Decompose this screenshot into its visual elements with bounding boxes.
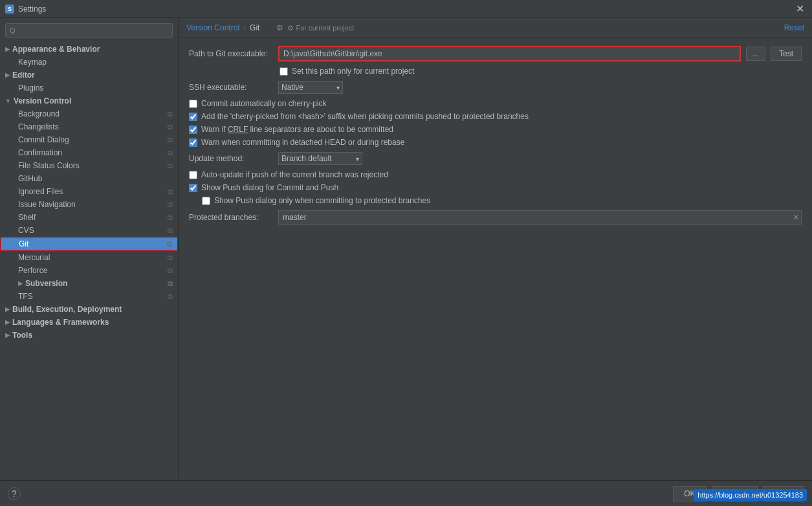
- sidebar-item-version-control[interactable]: ▼ Version Control: [0, 94, 178, 107]
- copy-icon: ⧉: [168, 226, 173, 235]
- expand-icon: ▶: [5, 332, 10, 338]
- sidebar-label: Version Control: [14, 96, 71, 105]
- copy-icon: ⧉: [168, 254, 173, 262]
- sidebar-item-perforce[interactable]: Perforce ⧉: [0, 264, 178, 277]
- auto-update-label[interactable]: Auto-update if push of the current branc…: [201, 170, 388, 179]
- search-box[interactable]: Q: [5, 23, 173, 38]
- copy-icon: ⧉: [168, 110, 173, 118]
- show-push-dialog-checkbox[interactable]: [189, 184, 197, 192]
- sidebar-item-confirmation[interactable]: Confirmation ⧉: [0, 146, 178, 159]
- sidebar-item-issue-navigation[interactable]: Issue Navigation ⧉: [0, 198, 178, 211]
- warn-crlf-label[interactable]: Warn if CRLF line separators are about t…: [201, 125, 393, 134]
- warn-detached-label[interactable]: Warn when committing in detached HEAD or…: [201, 138, 404, 147]
- sidebar-item-editor[interactable]: ▶ Editor: [0, 69, 178, 82]
- breadcrumb-separator: ›: [243, 23, 246, 32]
- auto-update-checkbox[interactable]: [189, 171, 197, 179]
- protected-clear-icon[interactable]: ✕: [793, 213, 799, 222]
- auto-cherry-pick-row: Commit automatically on cherry-pick: [189, 99, 802, 108]
- ssh-select[interactable]: Native Built-in: [278, 81, 343, 94]
- sidebar-item-build-execution[interactable]: ▶ Build, Execution, Deployment: [0, 303, 178, 316]
- title-bar-left: S Settings: [5, 5, 46, 14]
- show-push-dialog-only-label[interactable]: Show Push dialog only when committing to…: [214, 196, 430, 205]
- sidebar-label: Keymap: [18, 58, 47, 67]
- copy-icon: ⧉: [168, 280, 173, 288]
- sidebar-label: Editor: [12, 71, 35, 80]
- sidebar-label: File Status Colors: [18, 161, 80, 170]
- browse-button[interactable]: ...: [746, 47, 765, 61]
- sidebar-item-github[interactable]: GitHub: [0, 172, 178, 185]
- help-button[interactable]: ?: [8, 487, 21, 500]
- warn-detached-checkbox[interactable]: [189, 138, 197, 147]
- breadcrumb-root[interactable]: Version Control: [186, 23, 239, 32]
- sidebar-item-plugins[interactable]: Plugins: [0, 82, 178, 94]
- sidebar-label: Mercurial: [18, 253, 50, 262]
- update-method-row: Update method: Branch default Merge Reba…: [189, 152, 802, 165]
- set-path-only-row: Set this path only for current project: [189, 67, 802, 76]
- protected-branches-input[interactable]: [278, 210, 802, 225]
- sidebar-item-file-status-colors[interactable]: File Status Colors ⧉: [0, 159, 178, 172]
- sidebar-item-ignored-files[interactable]: Ignored Files ⧉: [0, 185, 178, 198]
- bottom-bar: ? OK Cancel Apply: [0, 480, 812, 506]
- sidebar-item-changelists[interactable]: Changelists ⧉: [0, 120, 178, 133]
- watermark: https://blog.csdn.net/u013254183: [694, 489, 807, 501]
- sidebar-label: Git: [19, 239, 28, 248]
- app-icon: S: [5, 5, 14, 14]
- sidebar-item-shelf[interactable]: Shelf ⧉: [0, 211, 178, 224]
- sidebar-item-commit-dialog[interactable]: Commit Dialog ⧉: [0, 133, 178, 146]
- search-input[interactable]: [18, 26, 168, 35]
- expand-icon: ▼: [5, 98, 11, 104]
- sidebar-item-background[interactable]: Background ⧉: [0, 107, 178, 120]
- ssh-select-wrapper: Native Built-in: [278, 81, 343, 94]
- search-icon: Q: [10, 27, 16, 34]
- show-push-dialog-only-row: Show Push dialog only when committing to…: [189, 196, 802, 205]
- warn-crlf-checkbox[interactable]: [189, 126, 197, 134]
- git-path-input[interactable]: [278, 46, 741, 61]
- sidebar-item-tfs[interactable]: TFS ⧉: [0, 290, 178, 303]
- sidebar-label: Commit Dialog: [18, 135, 69, 144]
- close-button[interactable]: ✕: [793, 3, 807, 15]
- breadcrumb: Version Control › Git ⚙ ⚙ For current pr…: [186, 23, 354, 32]
- sidebar-item-git[interactable]: Git ⧉: [0, 237, 178, 251]
- title-bar: S Settings ✕: [0, 0, 812, 18]
- sidebar-item-cvs[interactable]: CVS ⧉: [0, 224, 178, 237]
- content-area: Version Control › Git ⚙ ⚙ For current pr…: [179, 18, 812, 480]
- for-project-button[interactable]: ⚙ For current project: [287, 24, 354, 32]
- sidebar-item-appearance[interactable]: ▶ Appearance & Behavior: [0, 43, 178, 56]
- git-path-row: Path to Git executable: ... Test: [189, 46, 802, 61]
- sidebar-item-languages-frameworks[interactable]: ▶ Languages & Frameworks: [0, 316, 178, 329]
- sidebar-item-keymap[interactable]: Keymap: [0, 56, 178, 69]
- add-suffix-checkbox[interactable]: [189, 113, 197, 121]
- show-push-dialog-label[interactable]: Show Push dialog for Commit and Push: [201, 183, 338, 192]
- sidebar-label: Perforce: [18, 266, 47, 275]
- test-button[interactable]: Test: [771, 47, 802, 61]
- set-path-only-checkbox[interactable]: [280, 67, 288, 76]
- show-push-dialog-only-checkbox[interactable]: [202, 197, 210, 205]
- main-layout: Q ▶ Appearance & Behavior Keymap ▶ Edito…: [0, 18, 812, 480]
- sidebar-item-tools[interactable]: ▶ Tools: [0, 329, 178, 342]
- warn-crlf-row: Warn if CRLF line separators are about t…: [189, 125, 802, 134]
- expand-icon: ▶: [18, 280, 23, 287]
- sidebar-label: Appearance & Behavior: [12, 45, 100, 54]
- sidebar-item-subversion[interactable]: ▶ Subversion ⧉: [0, 277, 178, 290]
- sidebar-item-mercurial[interactable]: Mercurial ⧉: [0, 251, 178, 264]
- auto-cherry-pick-checkbox[interactable]: [189, 100, 197, 108]
- copy-icon: ⧉: [168, 214, 173, 222]
- sidebar-label: Background: [18, 109, 60, 118]
- update-method-select-wrapper: Branch default Merge Rebase: [278, 152, 362, 165]
- sidebar-label: Confirmation: [18, 148, 62, 157]
- sidebar-label: Shelf: [18, 213, 36, 222]
- warn-detached-row: Warn when committing in detached HEAD or…: [189, 138, 802, 147]
- sidebar-label: Build, Execution, Deployment: [12, 305, 122, 314]
- sidebar-label: Subversion: [25, 279, 67, 288]
- expand-icon: ▶: [5, 319, 10, 325]
- sidebar-label: CVS: [18, 226, 34, 235]
- reset-button[interactable]: Reset: [784, 23, 804, 32]
- content-body: Path to Git executable: ... Test Set thi…: [179, 38, 812, 480]
- auto-cherry-pick-label[interactable]: Commit automatically on cherry-pick: [201, 99, 326, 108]
- copy-icon: ⧉: [167, 240, 172, 248]
- set-path-only-label[interactable]: Set this path only for current project: [292, 67, 414, 76]
- ssh-label: SSH executable:: [189, 83, 273, 92]
- add-suffix-label[interactable]: Add the 'cherry-picked from <hash>' suff…: [201, 112, 529, 121]
- update-method-select[interactable]: Branch default Merge Rebase: [278, 152, 362, 165]
- add-suffix-row: Add the 'cherry-picked from <hash>' suff…: [189, 112, 802, 121]
